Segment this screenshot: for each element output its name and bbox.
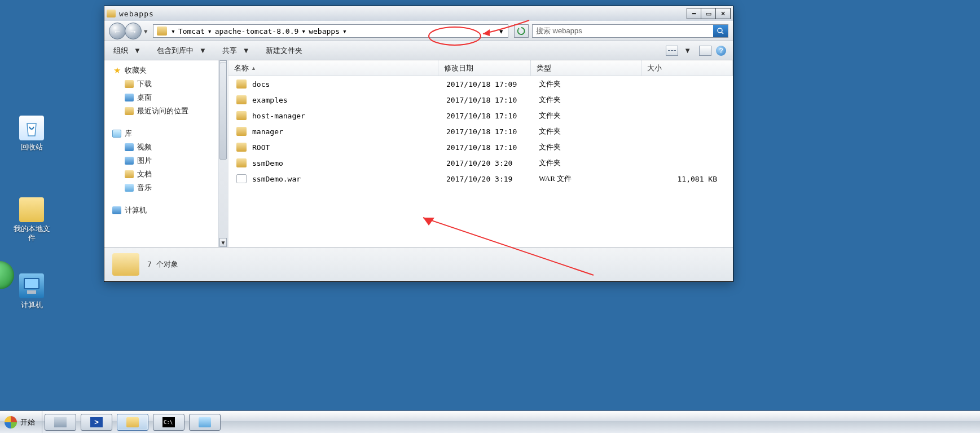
folder-icon <box>236 158 247 167</box>
nav-desktop[interactable]: 桌面 <box>112 91 228 104</box>
toolbar: 组织▼ 包含到库中▼ 共享▼ 新建文件夹 ▼ ? <box>104 41 733 60</box>
taskbar-app[interactable] <box>189 414 221 431</box>
desktop-recycle-bin[interactable]: 回收站 <box>8 116 55 152</box>
nav-pictures[interactable]: 图片 <box>112 154 228 167</box>
start-label: 开始 <box>20 417 35 427</box>
view-mode-button[interactable] <box>666 46 678 56</box>
refresh-button[interactable] <box>514 24 529 38</box>
nav-downloads[interactable]: 下载 <box>112 77 228 91</box>
nav-scrollbar[interactable]: ▲ ▼ <box>218 60 228 247</box>
dropdown-icon[interactable]: ▼ <box>683 46 695 55</box>
scroll-thumb[interactable] <box>219 63 227 160</box>
history-dropdown[interactable]: ▾ <box>142 23 150 39</box>
file-row[interactable]: examples2017/10/18 17:10文件夹 <box>228 92 733 108</box>
file-row[interactable]: host-manager2017/10/18 17:10文件夹 <box>228 108 733 123</box>
help-button[interactable]: ? <box>716 46 726 56</box>
search-input[interactable]: 搜索 webapps <box>532 24 728 38</box>
file-type: 文件夹 <box>539 79 649 89</box>
computer-icon <box>19 273 44 298</box>
documents-icon <box>125 170 134 178</box>
breadcrumb-webapps[interactable]: webapps <box>307 27 341 36</box>
preview-pane-button[interactable] <box>699 46 711 56</box>
nav-documents[interactable]: 文档 <box>112 167 228 181</box>
minimize-button[interactable]: ━ <box>687 8 701 19</box>
nav-music[interactable]: 音乐 <box>112 181 228 195</box>
breadcrumb-sep[interactable]: ▾ <box>300 27 307 36</box>
breadcrumb-sep[interactable]: ▾ <box>169 27 177 36</box>
navigation-pane: ★收藏夹 下载 桌面 最近访问的位置 库 视频 图片 文档 音乐 计算机 ▲ ▼ <box>104 60 228 247</box>
dropdown-icon[interactable]: ▼ <box>133 46 144 55</box>
file-row[interactable]: ssmDemo.war2017/10/20 3:19WAR 文件11,081 K… <box>228 171 733 187</box>
back-button[interactable]: ← <box>109 23 126 39</box>
col-date[interactable]: 修改日期 <box>438 60 531 76</box>
explorer-window: webapps ━ ▭ ✕ ← → ▾ ▾ Tomcat ▾ apache-to… <box>104 6 733 282</box>
status-text: 7 个对象 <box>147 259 178 269</box>
share-button[interactable]: 共享 <box>220 43 239 58</box>
file-date: 2017/10/20 3:19 <box>446 175 539 183</box>
libraries-icon <box>112 130 121 138</box>
scroll-down-button[interactable]: ▼ <box>219 238 227 247</box>
file-row[interactable]: ROOT2017/10/18 17:10文件夹 <box>228 139 733 155</box>
breadcrumb-sep[interactable]: ▾ <box>206 27 214 36</box>
col-type[interactable]: 类型 <box>531 60 641 76</box>
file-row[interactable]: docs2017/10/18 17:09文件夹 <box>228 76 733 92</box>
col-name[interactable]: 名称▲ <box>228 60 438 76</box>
computer-group[interactable]: 计算机 <box>112 204 228 217</box>
address-dropdown[interactable]: ▾ <box>496 27 507 36</box>
desktop-computer[interactable]: 计算机 <box>8 273 55 310</box>
file-type: 文件夹 <box>539 95 649 105</box>
computer-label: 计算机 <box>8 301 55 310</box>
file-row[interactable]: manager2017/10/18 17:10文件夹 <box>228 123 733 139</box>
folder-icon <box>236 79 247 89</box>
desktop-my-files[interactable]: 我的本地文 件 <box>8 197 55 242</box>
titlebar[interactable]: webapps ━ ▭ ✕ <box>104 6 733 21</box>
start-button[interactable]: 开始 <box>0 411 42 433</box>
folder-icon <box>236 111 247 120</box>
music-icon <box>125 184 134 192</box>
recycle-bin-label: 回收站 <box>8 143 55 152</box>
maximize-button[interactable]: ▭ <box>701 8 716 19</box>
file-type: WAR 文件 <box>539 174 649 184</box>
file-name: host-manager <box>252 112 446 120</box>
file-name: ROOT <box>252 143 446 152</box>
window-title: webapps <box>119 10 687 18</box>
breadcrumb-tomcat[interactable]: Tomcat <box>177 27 206 36</box>
file-type: 文件夹 <box>539 142 649 152</box>
nav-recent[interactable]: 最近访问的位置 <box>112 104 228 118</box>
file-list[interactable]: docs2017/10/18 17:09文件夹examples2017/10/1… <box>228 76 733 247</box>
search-go-button[interactable] <box>713 25 728 37</box>
star-icon: ★ <box>112 66 121 75</box>
file-row[interactable]: ssmDemo2017/10/20 3:20文件夹 <box>228 155 733 171</box>
file-name: manager <box>252 127 446 136</box>
desktop-icon <box>125 94 134 101</box>
file-date: 2017/10/18 17:09 <box>446 80 539 89</box>
my-files-label: 我的本地文 件 <box>8 224 55 242</box>
breadcrumb-sep[interactable]: ▾ <box>341 27 349 36</box>
file-name: ssmDemo.war <box>252 175 446 183</box>
col-size[interactable]: 大小 <box>641 60 733 76</box>
nav-videos[interactable]: 视频 <box>112 140 228 154</box>
taskbar-server-manager[interactable] <box>45 414 76 431</box>
libraries-group[interactable]: 库 <box>112 127 228 140</box>
file-date: 2017/10/18 17:10 <box>446 112 539 120</box>
favorites-group[interactable]: ★收藏夹 <box>112 64 228 77</box>
column-headers: 名称▲ 修改日期 类型 大小 <box>228 60 733 76</box>
include-lib-button[interactable]: 包含到库中 <box>155 43 196 58</box>
recycle-bin-icon <box>19 116 44 140</box>
organize-button[interactable]: 组织 <box>111 43 130 58</box>
file-date: 2017/10/20 3:20 <box>446 159 539 167</box>
taskbar-cmd[interactable]: C:\ <box>153 414 184 431</box>
dropdown-icon[interactable]: ▼ <box>198 46 210 55</box>
taskbar-explorer[interactable] <box>117 414 148 431</box>
forward-button[interactable]: → <box>125 23 142 39</box>
svg-rect-1 <box>25 279 38 288</box>
close-button[interactable]: ✕ <box>716 8 731 19</box>
new-folder-button[interactable]: 新建文件夹 <box>263 43 305 58</box>
dropdown-icon[interactable]: ▼ <box>241 46 253 55</box>
computer-icon <box>112 206 121 214</box>
address-bar[interactable]: ▾ Tomcat ▾ apache-tomcat-8.0.9 ▾ webapps… <box>153 24 508 38</box>
breadcrumb-apache[interactable]: apache-tomcat-8.0.9 <box>214 27 300 36</box>
taskbar-powershell[interactable]: > <box>81 414 112 431</box>
folder-icon <box>19 197 44 222</box>
file-date: 2017/10/18 17:10 <box>446 127 539 136</box>
